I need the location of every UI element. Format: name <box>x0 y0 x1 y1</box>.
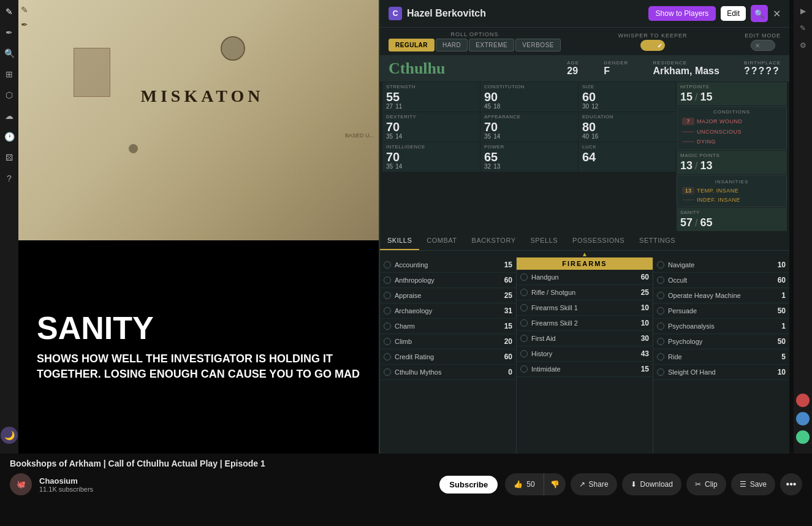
pencil-icon-1[interactable]: ✎ <box>2 5 16 18</box>
clip-button[interactable]: ✂ Clip <box>686 473 726 495</box>
skill-value-cthulhu-mythos: 0 <box>498 368 512 376</box>
skill-first-aid[interactable]: First Aid 30 <box>517 331 653 346</box>
grid-icon[interactable]: ⊞ <box>2 67 16 81</box>
skill-checkbox-first-aid[interactable] <box>520 335 528 342</box>
insanities-title: INSANITIES <box>680 178 784 186</box>
skill-sleight-of-hand[interactable]: Sleight Of Hand 10 <box>653 365 789 380</box>
whisper-toggle[interactable]: ✓ <box>640 40 665 51</box>
skill-checkbox-firearms-skill-2[interactable] <box>520 319 528 327</box>
dying-badge <box>682 141 694 142</box>
right-sidebar-icon-3[interactable]: ⚙ <box>797 39 809 51</box>
skill-occult[interactable]: Occult 60 <box>653 273 789 288</box>
zoom-icon[interactable]: 🔍 <box>2 47 16 60</box>
char-info-bar: Cthulhu AGE 29 GENDER F RESIDENCE Arkham… <box>380 55 789 82</box>
skill-value-anthropology: 60 <box>498 276 512 284</box>
dislike-button[interactable]: 👎 <box>544 473 566 495</box>
clip-icon: ✂ <box>695 480 701 489</box>
clock-icon[interactable]: 🕐 <box>2 130 16 143</box>
skill-name-rifle-shotgun: Rifle / Shotgun <box>531 289 634 296</box>
skill-checkbox-archaeology[interactable] <box>384 307 391 314</box>
skill-ride[interactable]: Ride 5 <box>653 349 789 365</box>
tab-possessions[interactable]: POSSESSIONS <box>565 232 632 250</box>
skill-checkbox-anthropology[interactable] <box>384 276 391 284</box>
skill-checkbox-psychology[interactable] <box>657 338 664 345</box>
dice-icon[interactable]: ⚄ <box>2 151 16 164</box>
skill-checkbox-psychoanalysis[interactable] <box>657 322 664 330</box>
skill-checkbox-cthulhu-mythos[interactable] <box>384 368 391 376</box>
cloud-icon[interactable]: ☁ <box>2 109 16 123</box>
roll-btn-extreme[interactable]: EXTREME <box>469 39 514 51</box>
skill-credit-rating[interactable]: Credit Rating 60 <box>380 349 516 365</box>
skill-name-occult: Occult <box>668 276 771 284</box>
stat-power: POWER 65 3213 <box>480 142 578 172</box>
roll-btn-hard[interactable]: HARD <box>436 39 468 51</box>
skill-checkbox-history[interactable] <box>520 350 528 357</box>
skill-checkbox-rifle-shotgun[interactable] <box>520 289 528 296</box>
skill-checkbox-intimidate[interactable] <box>520 365 528 373</box>
skill-checkbox-charm[interactable] <box>384 322 391 330</box>
skill-cthulhu-mythos[interactable]: Cthulhu Mythos 0 <box>380 365 516 380</box>
search-button[interactable]: 🔍 <box>751 5 768 22</box>
skill-checkbox-handgun[interactable] <box>520 273 528 281</box>
save-button[interactable]: ☰ Save <box>731 473 775 495</box>
skill-psychology[interactable]: Psychology 50 <box>653 334 789 349</box>
tab-combat[interactable]: COMBAT <box>419 232 464 250</box>
skill-checkbox-credit-rating[interactable] <box>384 353 391 360</box>
skill-navigate[interactable]: Navigate 10 <box>653 257 789 273</box>
skill-checkbox-occult[interactable] <box>657 276 664 284</box>
skill-psychoanalysis[interactable]: Psychoanalysis 1 <box>653 319 789 334</box>
skill-persuade[interactable]: Persuade 50 <box>653 303 789 319</box>
dexterity-label: DEXTERITY <box>386 114 476 120</box>
skill-checkbox-navigate[interactable] <box>657 261 664 269</box>
gender-label: GENDER <box>604 60 628 66</box>
stat-strength: STRENGTH 55 2711 <box>382 82 480 112</box>
skill-charm[interactable]: Charm 15 <box>380 319 516 334</box>
skill-rifle-shotgun[interactable]: Rifle / Shotgun 25 <box>517 285 653 300</box>
edit-mode-toggle[interactable]: ✕ <box>751 40 775 51</box>
roll-btn-regular[interactable]: REGULAR <box>389 39 434 51</box>
skill-checkbox-ride[interactable] <box>657 353 664 360</box>
skill-checkbox-operate-heavy-machine[interactable] <box>657 292 664 299</box>
skill-intimidate[interactable]: Intimidate 15 <box>517 362 653 377</box>
skill-checkbox-sleight-of-hand[interactable] <box>657 368 664 376</box>
skill-anthropology[interactable]: Anthropology 60 <box>380 273 516 288</box>
like-button[interactable]: 👍 50 <box>505 473 544 495</box>
skill-archaeology[interactable]: Archaeology 31 <box>380 303 516 319</box>
right-sidebar-icon-1[interactable]: ▶ <box>797 5 809 17</box>
right-sidebar-icon-2[interactable]: ✎ <box>797 22 809 34</box>
skill-history[interactable]: History 43 <box>517 346 653 362</box>
skill-handgun[interactable]: Handgun 60 <box>517 270 653 285</box>
skill-name-psychoanalysis: Psychoanalysis <box>668 322 771 330</box>
edit-button[interactable]: Edit <box>721 6 746 21</box>
roll-options-label: ROLL OPTIONS <box>450 31 498 37</box>
more-options-button[interactable]: ••• <box>780 473 802 495</box>
skill-firearms-skill-1[interactable]: Firearms Skill 1 10 <box>517 300 653 316</box>
tab-spells[interactable]: SPELLS <box>523 232 566 250</box>
skill-accounting[interactable]: Accounting 15 <box>380 257 516 273</box>
skill-checkbox-accounting[interactable] <box>384 261 391 269</box>
skill-value-ride: 5 <box>771 353 786 361</box>
skill-appraise[interactable]: Appraise 25 <box>380 288 516 303</box>
skill-firearms-skill-2[interactable]: Firearms Skill 2 10 <box>517 316 653 331</box>
moon-icon[interactable]: 🌙 <box>1 427 18 444</box>
roll-btn-verbose[interactable]: VERBOSE <box>515 39 561 51</box>
share-button[interactable]: ↗ Share <box>571 473 617 495</box>
close-button[interactable]: ✕ <box>773 8 781 20</box>
show-to-players-button[interactable]: Show to Players <box>648 6 716 21</box>
tab-settings[interactable]: SETTINGS <box>632 232 683 250</box>
pencil-icon-2[interactable]: ✒ <box>2 26 16 39</box>
skill-checkbox-persuade[interactable] <box>657 307 664 314</box>
mp-max: 13 <box>700 159 712 172</box>
skill-operate-heavy-machine[interactable]: Operate Heavy Machine 1 <box>653 288 789 303</box>
skill-climb[interactable]: Climb 20 <box>380 334 516 349</box>
tab-backstory[interactable]: BACKSTORY <box>465 232 523 250</box>
skill-checkbox-firearms-skill-1[interactable] <box>520 304 528 311</box>
help-icon[interactable]: ? <box>2 172 16 185</box>
constitution-main: 90 <box>484 91 574 103</box>
tab-skills[interactable]: SKILLS <box>380 232 419 250</box>
skill-checkbox-appraise[interactable] <box>384 292 391 299</box>
subscribe-button[interactable]: Subscribe <box>439 476 498 494</box>
shape-icon[interactable]: ⬡ <box>2 88 16 102</box>
download-button[interactable]: ⬇ Download <box>622 473 681 495</box>
skill-checkbox-climb[interactable] <box>384 338 391 345</box>
